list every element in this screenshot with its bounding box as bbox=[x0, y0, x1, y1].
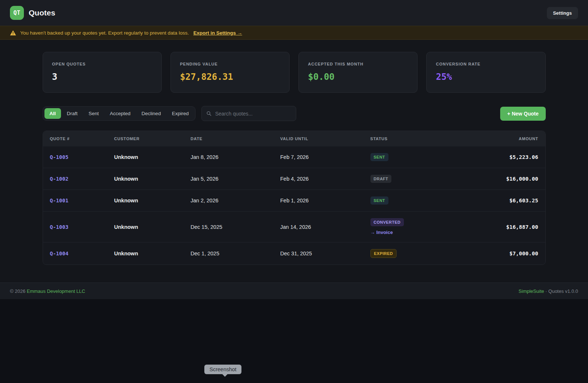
stat-value: 25% bbox=[436, 72, 536, 82]
customer-cell: Unknown bbox=[114, 224, 191, 230]
settings-button[interactable]: Settings bbox=[547, 7, 578, 19]
quote-number-link[interactable]: Q-1003 bbox=[50, 224, 69, 230]
stat-label: CONVERSION RATE bbox=[436, 62, 536, 66]
table-row: Q-1001 Unknown Jan 2, 2026 Feb 1, 2026 S… bbox=[43, 189, 545, 211]
amount-cell: $7,000.00 bbox=[459, 251, 538, 256]
empty-desktop-area bbox=[0, 299, 588, 383]
column-header-amount: AMOUNT bbox=[459, 136, 538, 141]
footer-brand: SimpleSuite · Quotes v1.0.0 bbox=[519, 288, 578, 294]
tab-all[interactable]: All bbox=[44, 108, 61, 119]
column-header-date: DATE bbox=[191, 136, 280, 141]
table-row: Q-1003 Unknown Dec 15, 2025 Jan 14, 2026… bbox=[43, 211, 545, 242]
invoice-link[interactable]: → Invoice bbox=[370, 230, 393, 235]
amount-cell: $16,887.00 bbox=[459, 224, 538, 230]
stat-cards: OPEN QUOTES 3 PENDING VALUE $27,826.31 A… bbox=[43, 52, 546, 93]
customer-cell: Unknown bbox=[114, 251, 191, 256]
stat-card-open-quotes: OPEN QUOTES 3 bbox=[43, 52, 162, 93]
stat-value: $0.00 bbox=[308, 72, 408, 82]
table-row: Q-1005 Unknown Jan 8, 2026 Feb 7, 2026 S… bbox=[43, 146, 545, 168]
stat-label: PENDING VALUE bbox=[180, 62, 280, 66]
status-badge: SENT bbox=[370, 196, 388, 205]
app-footer: © 2026 Emmaus Development LLC SimpleSuit… bbox=[0, 283, 588, 299]
status-badge: DRAFT bbox=[370, 175, 392, 183]
valid-until-cell: Feb 7, 2026 bbox=[280, 154, 370, 160]
app-logo: QT bbox=[10, 6, 24, 20]
date-cell: Jan 2, 2026 bbox=[191, 198, 280, 203]
company-link[interactable]: Emmaus Development LLC bbox=[27, 288, 85, 294]
quote-number-link[interactable]: Q-1002 bbox=[50, 176, 69, 182]
amount-cell: $5,223.06 bbox=[459, 154, 538, 160]
search-input[interactable] bbox=[215, 111, 291, 117]
quote-number-link[interactable]: Q-1001 bbox=[50, 198, 69, 203]
tab-declined[interactable]: Declined bbox=[136, 108, 166, 119]
date-cell: Jan 5, 2026 bbox=[191, 176, 280, 182]
tab-sent[interactable]: Sent bbox=[83, 108, 104, 119]
backup-warning-banner: You haven't backed up your quotes yet. E… bbox=[0, 26, 588, 40]
quote-number-link[interactable]: Q-1004 bbox=[50, 251, 69, 256]
screenshot-tooltip: Screenshot bbox=[204, 365, 241, 374]
new-quote-button[interactable]: + New Quote bbox=[500, 107, 545, 121]
version-text: · Quotes v1.0.0 bbox=[545, 288, 578, 294]
warning-icon bbox=[10, 30, 16, 36]
status-badge: EXPIRED bbox=[370, 249, 397, 258]
stat-label: ACCEPTED THIS MONTH bbox=[308, 62, 408, 66]
valid-until-cell: Feb 4, 2026 bbox=[280, 176, 370, 182]
valid-until-cell: Jan 14, 2026 bbox=[280, 224, 370, 230]
stat-card-conversion-rate: CONVERSION RATE 25% bbox=[426, 52, 545, 93]
search-icon bbox=[207, 111, 211, 116]
column-header-status: STATUS bbox=[370, 136, 459, 141]
date-cell: Dec 15, 2025 bbox=[191, 224, 280, 230]
tab-expired[interactable]: Expired bbox=[167, 108, 194, 119]
customer-cell: Unknown bbox=[114, 176, 191, 182]
amount-cell: $16,000.00 bbox=[459, 176, 538, 182]
column-header-valid-until: VALID UNTIL bbox=[280, 136, 370, 141]
quote-number-link[interactable]: Q-1005 bbox=[50, 154, 69, 160]
valid-until-cell: Dec 31, 2025 bbox=[280, 251, 370, 256]
search-box bbox=[201, 106, 296, 121]
tab-accepted[interactable]: Accepted bbox=[105, 108, 136, 119]
stat-value: $27,826.31 bbox=[180, 72, 280, 82]
table-row: Q-1004 Unknown Dec 1, 2025 Dec 31, 2025 … bbox=[43, 242, 545, 265]
customer-cell: Unknown bbox=[114, 198, 191, 203]
export-settings-link[interactable]: Export in Settings → bbox=[193, 30, 242, 36]
main-area: OPEN QUOTES 3 PENDING VALUE $27,826.31 A… bbox=[0, 40, 588, 283]
customer-cell: Unknown bbox=[114, 154, 191, 160]
column-header-quote: QUOTE # bbox=[50, 136, 114, 141]
date-cell: Dec 1, 2025 bbox=[191, 251, 280, 256]
valid-until-cell: Feb 1, 2026 bbox=[280, 198, 370, 203]
page-title: Quotes bbox=[29, 8, 55, 17]
quotes-table: QUOTE # CUSTOMER DATE VALID UNTIL STATUS… bbox=[43, 131, 546, 265]
tab-draft[interactable]: Draft bbox=[62, 108, 83, 119]
table-header-row: QUOTE # CUSTOMER DATE VALID UNTIL STATUS… bbox=[43, 131, 545, 146]
column-header-customer: CUSTOMER bbox=[114, 136, 191, 141]
banner-message: You haven't backed up your quotes yet. E… bbox=[20, 30, 189, 36]
table-row: Q-1002 Unknown Jan 5, 2026 Feb 4, 2026 D… bbox=[43, 168, 545, 189]
footer-copyright: © 2026 Emmaus Development LLC bbox=[10, 288, 85, 294]
status-filter-tabs: All Draft Sent Accepted Declined Expired bbox=[43, 106, 196, 121]
status-badge: SENT bbox=[370, 153, 388, 161]
date-cell: Jan 8, 2026 bbox=[191, 154, 280, 160]
stat-card-accepted-month: ACCEPTED THIS MONTH $0.00 bbox=[298, 52, 417, 93]
toolbar: All Draft Sent Accepted Declined Expired… bbox=[43, 106, 546, 121]
stat-label: OPEN QUOTES bbox=[52, 62, 152, 66]
table-body: Q-1005 Unknown Jan 8, 2026 Feb 7, 2026 S… bbox=[43, 146, 545, 265]
stat-value: 3 bbox=[52, 72, 152, 82]
copyright-text: © 2026 bbox=[10, 288, 25, 294]
stat-card-pending-value: PENDING VALUE $27,826.31 bbox=[171, 52, 290, 93]
simplesuite-link[interactable]: SimpleSuite bbox=[519, 288, 544, 294]
status-badge: CONVERTED bbox=[370, 218, 404, 226]
app-header: QT Quotes Settings bbox=[0, 0, 588, 26]
amount-cell: $6,603.25 bbox=[459, 198, 538, 203]
